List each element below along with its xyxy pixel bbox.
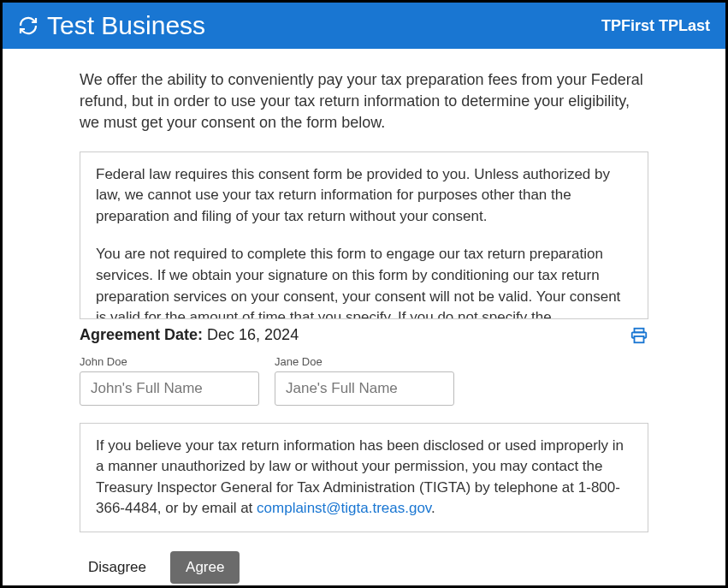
disclosure-email-link[interactable]: complainst@tigta.treas.gov <box>257 500 431 516</box>
primary-field-group: John Doe <box>80 355 259 406</box>
secondary-field-group: Jane Doe <box>275 355 454 406</box>
user-name: TPFirst TPLast <box>601 17 710 35</box>
name-fields: John Doe Jane Doe <box>80 355 648 406</box>
business-name: Test Business <box>47 11 205 40</box>
header-left: Test Business <box>18 11 205 40</box>
primary-name-label: John Doe <box>80 355 259 368</box>
disclosure-box: If you believe your tax return informati… <box>80 423 648 533</box>
consent-para-1: Federal law requires this consent form b… <box>96 164 632 228</box>
agreement-date: Agreement Date: Dec 16, 2024 <box>80 326 299 344</box>
header: Test Business TPFirst TPLast <box>3 3 725 49</box>
agreement-date-label: Agreement Date: <box>80 326 203 343</box>
print-icon[interactable] <box>630 326 648 345</box>
consent-para-2: You are not required to complete this fo… <box>96 244 632 318</box>
consent-box[interactable]: Federal law requires this consent form b… <box>80 151 648 319</box>
svg-rect-1 <box>635 336 644 342</box>
disclosure-text-after: . <box>431 500 435 516</box>
agree-button[interactable]: Agree <box>170 551 240 584</box>
agreement-date-value: Dec 16, 2024 <box>207 326 299 343</box>
content: We offer the ability to conveniently pay… <box>3 49 725 588</box>
primary-name-input[interactable] <box>80 371 259 406</box>
secondary-name-input[interactable] <box>275 371 454 406</box>
intro-text: We offer the ability to conveniently pay… <box>80 69 648 134</box>
secondary-name-label: Jane Doe <box>275 355 454 368</box>
refresh-icon <box>18 15 38 36</box>
disagree-button[interactable]: Disagree <box>80 551 155 584</box>
agreement-row: Agreement Date: Dec 16, 2024 <box>80 326 648 345</box>
button-row: Disagree Agree <box>80 551 648 584</box>
